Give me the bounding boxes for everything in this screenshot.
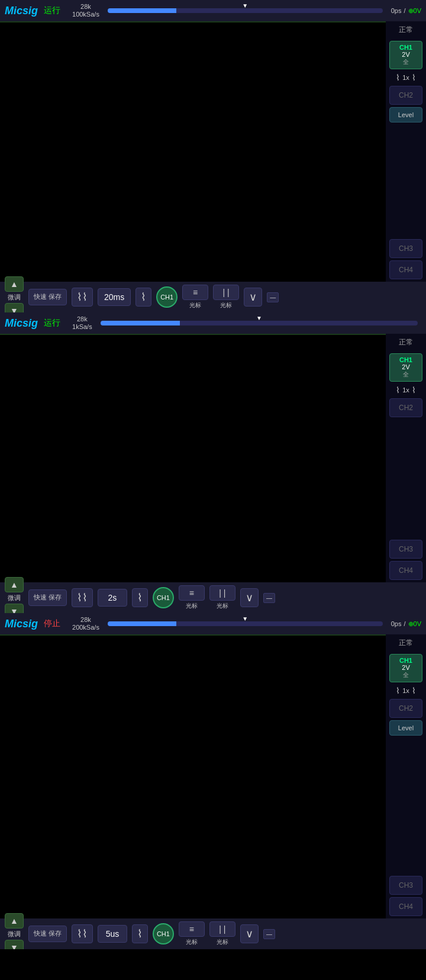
cursor2-label-1: 光标 bbox=[220, 301, 232, 310]
cursor2-label-2: 光标 bbox=[217, 602, 228, 610]
cursor1-icon-1: ≡ bbox=[182, 285, 208, 300]
cursor2-label-3: 光标 bbox=[217, 938, 228, 946]
time-offset-1: 0ps bbox=[391, 7, 402, 14]
cursor-btn1-3[interactable]: ≡ 光标 bbox=[179, 921, 205, 946]
status-2: 运行 bbox=[44, 318, 60, 328]
cursor2-icon-3: | | bbox=[209, 921, 235, 937]
trigger-slash-3: / bbox=[404, 620, 405, 627]
trigger-volt-1: ⊕0V bbox=[408, 7, 421, 15]
ch1-btn-2[interactable]: CH1 2V 全 bbox=[389, 353, 422, 382]
time-display-3[interactable]: 5us bbox=[98, 925, 127, 943]
display-area-3: 测100KHz三角波，采样率为200KSa/s 三角波看起来像是锯齿波 1 ◄ … bbox=[0, 634, 426, 918]
logo-1: Micsig bbox=[5, 5, 38, 17]
trigger-info-1: 0ps / ⊕0V bbox=[391, 7, 421, 15]
ch1-btn-3[interactable]: CH1 2V 全 bbox=[389, 654, 422, 682]
ch1-label1: CH1 bbox=[391, 44, 421, 51]
cursor-btn2-3[interactable]: | | 光标 bbox=[209, 921, 235, 946]
ch1-label1-2: CH1 bbox=[391, 356, 421, 363]
wave-btn1-2[interactable]: ⌇⌇ bbox=[72, 588, 93, 607]
time-bar-1[interactable]: ▼ bbox=[108, 5, 383, 17]
sample-rate2-1: 100kSa/s bbox=[72, 11, 99, 18]
normal-badge-2: 正常 bbox=[399, 336, 413, 349]
scope-panel-3: Micsig 停止 28k 200kSa/s ▼ 0ps / ⊕0V bbox=[0, 613, 426, 949]
cursor1-icon-2: ≡ bbox=[179, 585, 205, 601]
cursor-btn1-2[interactable]: ≡ 光标 bbox=[179, 585, 205, 610]
fine-tune-label-3: 微调 bbox=[8, 930, 21, 939]
right-sidebar-3: 正常 CH1 2V 全 ⌇ 1x ⌇ CH2 Level CH3 CH4 bbox=[386, 634, 426, 918]
wave-btn1-3[interactable]: ⌇⌇ bbox=[72, 924, 93, 943]
time-bar-bg-2 bbox=[101, 321, 418, 325]
cursor1-icon-3: ≡ bbox=[179, 921, 205, 937]
sample-rate-3: 28k bbox=[80, 616, 91, 624]
time-display-2[interactable]: 2s bbox=[98, 589, 127, 607]
time-bar-bg-1 bbox=[108, 8, 383, 13]
wave-btn2-3[interactable]: ⌇ bbox=[132, 924, 148, 943]
scope-panel-2: Micsig 运行 28k 1kSa/s ▼ bbox=[0, 312, 426, 613]
ch3-btn-2[interactable]: CH3 bbox=[389, 540, 422, 559]
trigger-volt-3: ⊕0V bbox=[408, 620, 421, 628]
cursor-btn1-1[interactable]: ≡ 光标 bbox=[182, 285, 208, 310]
wave-btn1-1[interactable]: ⌇⌇ bbox=[72, 288, 93, 307]
top-bar-2: Micsig 运行 28k 1kSa/s ▼ bbox=[0, 312, 426, 334]
fine-tune-group-1: ▲ 微调 ▼ bbox=[5, 276, 24, 318]
more-btn-3[interactable]: ∨ bbox=[240, 924, 259, 943]
waveform-canvas-2: 测100KHz三角波，采样率为1KSa/s 频率从100KHz变成了175.1m… bbox=[0, 334, 386, 335]
ch4-btn-2[interactable]: CH4 bbox=[389, 561, 422, 580]
normal-badge-3: 正常 bbox=[399, 637, 413, 649]
more-btn-2[interactable]: ∨ bbox=[240, 588, 259, 607]
ch2-btn-2[interactable]: CH2 bbox=[389, 398, 422, 417]
top-bar-3: Micsig 停止 28k 200kSa/s ▼ 0ps / ⊕0V bbox=[0, 613, 426, 634]
cursor-btn2-1[interactable]: | | 光标 bbox=[213, 285, 239, 310]
time-display-1[interactable]: 20ms bbox=[98, 288, 131, 306]
ch1-btn-1[interactable]: CH1 2V 全 bbox=[389, 41, 422, 69]
ch2-btn-3[interactable]: CH2 bbox=[389, 699, 422, 718]
waveform-canvas-3: 测100KHz三角波，采样率为200KSa/s 三角波看起来像是锯齿波 1 ◄ … bbox=[0, 634, 386, 636]
top-bar-1: Micsig 运行 28k 100kSa/s ▼ 0ps / ⊕0V bbox=[0, 0, 426, 21]
waveform-canvas-1: 测100KHz三角波，采样率为100KSa/s 1 频率:---- 幅值:480… bbox=[0, 21, 386, 22]
ch1-label3-2: 全 bbox=[391, 370, 421, 379]
down-btn-3[interactable]: ▼ bbox=[5, 940, 24, 950]
cursor2-icon-1: | | bbox=[213, 285, 239, 300]
ch3-btn-3[interactable]: CH3 bbox=[389, 876, 422, 895]
level-btn-1[interactable]: Level bbox=[389, 107, 422, 122]
ch-indicator-1[interactable]: CH1 bbox=[156, 286, 178, 308]
mini-btn-2[interactable]: — bbox=[263, 593, 275, 603]
ch2-btn-1[interactable]: CH2 bbox=[389, 86, 422, 105]
ch1x-3: 1x bbox=[402, 687, 409, 694]
trigger-slash-1: / bbox=[404, 7, 405, 14]
time-bar-3[interactable]: ▼ bbox=[108, 618, 383, 630]
save-btn-3[interactable]: 快速 保存 bbox=[28, 926, 67, 942]
sample-info-1: 28k 100kSa/s bbox=[72, 3, 99, 18]
fine-tune-group-2: ▲ 微调 ▼ bbox=[5, 577, 24, 619]
wave-btn2-1[interactable]: ⌇ bbox=[135, 288, 151, 307]
level-btn-3[interactable]: Level bbox=[389, 720, 422, 736]
right-sidebar-2: 正常 CH1 2V 全 ⌇ 1x ⌇ CH2 CH3 CH4 bbox=[386, 334, 426, 582]
time-bar-2[interactable]: ▼ bbox=[101, 317, 418, 329]
trigger-info-3: 0ps / ⊕0V bbox=[391, 620, 421, 628]
cursor2-icon-2: | | bbox=[209, 585, 235, 601]
sample-info-2: 28k 1kSa/s bbox=[72, 315, 92, 331]
ch3-btn-1[interactable]: CH3 bbox=[389, 239, 422, 258]
ch4-btn-1[interactable]: CH4 bbox=[389, 260, 422, 279]
waveform-container-1: 测100KHz三角波，采样率为100KSa/s 1 频率:---- 幅值:480… bbox=[0, 21, 386, 282]
wave-btn2-2[interactable]: ⌇ bbox=[132, 588, 148, 607]
ch1x-1: 1x bbox=[402, 74, 409, 81]
save-btn-2[interactable]: 快速 保存 bbox=[28, 589, 67, 605]
right-sidebar-1: 正常 CH1 2V 全 ⌇ 1x ⌇ CH2 Level CH3 CH4 bbox=[386, 21, 426, 282]
cursor1-label-1: 光标 bbox=[189, 301, 201, 310]
fine-tune-label-1: 微调 bbox=[8, 293, 21, 302]
ch-indicator-3[interactable]: CH1 bbox=[153, 923, 174, 944]
ch-indicator-2[interactable]: CH1 bbox=[153, 587, 174, 608]
ch4-btn-3[interactable]: CH4 bbox=[389, 897, 422, 916]
save-btn-1[interactable]: 快速 保存 bbox=[28, 289, 67, 305]
waveform-container-3: 测100KHz三角波，采样率为200KSa/s 三角波看起来像是锯齿波 1 ◄ … bbox=[0, 634, 386, 918]
sample-rate2-2: 1kSa/s bbox=[72, 323, 92, 331]
ch1-icon-2: ⌇ bbox=[396, 385, 400, 395]
bottom-toolbar-1: ▲ 微调 ▼ 快速 保存 ⌇⌇ 20ms ⌇ CH1 ≡ 光标 | | 光标 ∨… bbox=[0, 282, 426, 312]
mini-btn-1[interactable]: — bbox=[267, 292, 279, 302]
logo-3: Micsig bbox=[5, 618, 38, 630]
mini-btn-3[interactable]: — bbox=[263, 929, 275, 939]
more-btn-1[interactable]: ∨ bbox=[244, 288, 262, 307]
cursor-btn2-2[interactable]: | | 光标 bbox=[209, 585, 235, 610]
ch1-label3-3: 全 bbox=[391, 671, 421, 679]
